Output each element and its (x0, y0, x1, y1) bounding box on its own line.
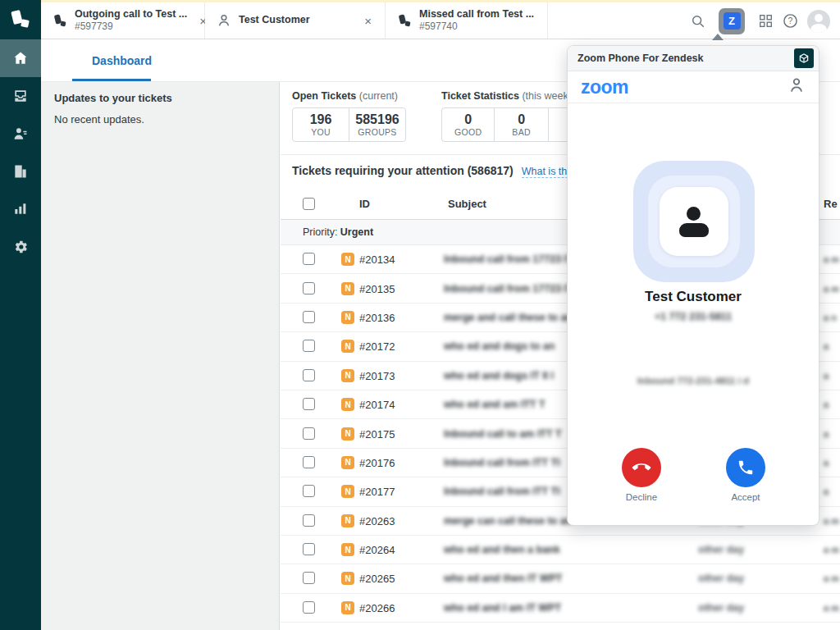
ticket-id-link[interactable]: #20264 (359, 544, 395, 556)
ticket-requested-redacted: a m (824, 284, 839, 294)
ticket-id-link[interactable]: #20266 (359, 601, 395, 614)
row-checkbox[interactable] (303, 253, 315, 265)
active-tab-underline (72, 79, 151, 81)
row-checkbox[interactable] (303, 311, 315, 323)
stat-open-you[interactable]: 196 YOU (293, 108, 349, 141)
column-header-requested-fragment: Re (824, 198, 838, 210)
decline-label: Decline (622, 492, 661, 502)
ticket-status-badge: N (341, 514, 354, 527)
ticket-subject-redacted[interactable]: who ed and then IT WPT (444, 573, 562, 584)
ticket-id-link[interactable]: #20173 (359, 369, 395, 381)
apps-grid-icon[interactable] (753, 9, 778, 34)
home-icon (12, 50, 29, 66)
tab-missed-call[interactable]: Missed call from Test ... #597740 (386, 2, 548, 39)
ticket-status-badge: N (341, 311, 354, 324)
table-row[interactable]: N#20264who ed and then a bankother daya … (281, 536, 840, 564)
ticket-id-link[interactable]: #20263 (359, 514, 395, 527)
ticket-subject-redacted[interactable]: who ed and then a bank (444, 544, 560, 555)
table-row[interactable]: N (281, 623, 840, 630)
ticket-requested-redacted: a (824, 429, 829, 439)
row-checkbox[interactable] (303, 601, 315, 614)
sidebar-item-organizations[interactable] (0, 153, 41, 190)
row-checkbox[interactable] (303, 485, 315, 497)
sidebar-item-home[interactable] (0, 39, 41, 77)
search-icon[interactable] (686, 9, 710, 34)
ticket-subject-redacted[interactable]: who ed and am ITT T (444, 399, 546, 410)
sidebar-item-customers[interactable] (0, 115, 41, 153)
ticket-id-link[interactable]: #20174 (359, 399, 395, 411)
ticket-subject-redacted[interactable]: who ed and I am IT WPT (444, 602, 561, 614)
help-icon[interactable]: ? (778, 9, 802, 34)
row-checkbox[interactable] (303, 572, 315, 584)
zoom-logo-row: zoom (568, 71, 819, 103)
ticket-status-badge: N (341, 543, 354, 556)
ticket-id-link[interactable]: #20135 (359, 282, 395, 294)
table-row[interactable]: N#20266who ed and I am IT WPTother daya … (281, 594, 840, 623)
stat-bad[interactable]: 0 BAD (494, 108, 547, 141)
row-checkbox[interactable] (303, 427, 315, 440)
ticket-id-link[interactable]: #20172 (359, 340, 395, 353)
updates-empty-text: No recent updates. (54, 113, 266, 126)
ticket-status-badge: N (341, 282, 354, 295)
table-row[interactable]: N#20265who ed and then IT WPTother daya … (281, 564, 840, 593)
close-tab-icon[interactable]: × (359, 12, 377, 30)
sidebar-item-admin[interactable] (0, 228, 41, 266)
sidebar-nav (0, 39, 41, 630)
contact-person-icon[interactable] (788, 76, 806, 98)
ticket-subject-redacted[interactable]: who ed and dogs to an (444, 340, 555, 352)
ticket-subject-redacted[interactable]: Inbound call from ITT TI (444, 457, 560, 468)
zoom-app-icon[interactable]: Z (719, 8, 745, 34)
tab-test-customer[interactable]: Test Customer × (205, 2, 386, 39)
svg-text:?: ? (788, 16, 792, 25)
sidebar-item-reporting[interactable] (0, 190, 41, 228)
row-checkbox[interactable] (303, 456, 315, 468)
phone-icon (628, 454, 654, 480)
ticket-subject-redacted[interactable]: merge and call these to an m (444, 312, 585, 323)
ticket-subject-redacted[interactable]: Inbound call from 17723 ITT I (444, 253, 585, 265)
ticket-status-badge: N (341, 253, 354, 266)
row-checkbox[interactable] (303, 282, 315, 294)
top-bar-actions: Z ? (686, 2, 840, 39)
row-checkbox[interactable] (303, 340, 315, 352)
ticket-subject-redacted[interactable]: Inbound call from 17723 ITT I (444, 283, 585, 294)
ticket-subject-redacted[interactable]: Inbound call to am ITT T (444, 428, 562, 440)
ticket-id-link[interactable]: #20134 (359, 253, 395, 266)
sidebar-item-views[interactable] (0, 77, 41, 115)
ticket-subject-redacted[interactable]: merge can call these to an (444, 515, 572, 527)
select-all-checkbox[interactable] (303, 198, 315, 210)
ticket-id-link[interactable]: #20265 (359, 573, 395, 585)
ticket-id-link[interactable]: #20176 (359, 456, 395, 468)
tab-outgoing-call[interactable]: Outgoing call to Test ... #597739 × (41, 2, 205, 39)
priority-value: Urgent (340, 226, 373, 238)
tab-title: Missed call from Test ... (419, 8, 534, 21)
ticket-subject-redacted[interactable]: Inbound call from ITT TI (444, 486, 560, 497)
row-checkbox[interactable] (303, 514, 315, 527)
app-cube-icon[interactable] (794, 48, 814, 68)
ticket-requested-redacted: a (824, 371, 829, 381)
accept-call-button[interactable] (726, 448, 765, 487)
stat-open-groups[interactable]: 585196 GROUPS (349, 108, 405, 141)
popup-header[interactable]: Zoom Phone For Zendesk (568, 46, 819, 71)
user-avatar[interactable] (807, 10, 830, 33)
ticket-id-link[interactable]: #20175 (359, 427, 395, 440)
ticket-status-badge: N (341, 456, 354, 469)
customers-icon (12, 126, 29, 142)
ticket-status-badge: N (341, 340, 354, 353)
ticket-requested-redacted: a m (824, 603, 839, 613)
ticket-requested-redacted: a m (824, 254, 839, 264)
gear-icon (12, 239, 29, 255)
ticket-id-link[interactable]: #20136 (359, 311, 395, 323)
ticket-id-link[interactable]: #20177 (359, 486, 395, 498)
row-checkbox[interactable] (303, 543, 315, 555)
row-checkbox[interactable] (303, 398, 315, 410)
zendesk-logo[interactable] (0, 0, 41, 39)
decline-call-button[interactable] (622, 448, 661, 487)
ticket-subject-redacted[interactable]: who ed and dogs IT II I (444, 370, 554, 381)
row-checkbox[interactable] (303, 369, 315, 381)
ticket-requester-redacted: other day (698, 602, 744, 614)
tab-dashboard[interactable]: Dashboard (84, 39, 160, 81)
stat-good[interactable]: 0 GOOD (442, 108, 494, 141)
person-icon (217, 13, 231, 28)
ticket-requested-redacted: a n (824, 313, 837, 322)
ticket-requested-redacted: a m (824, 516, 839, 526)
